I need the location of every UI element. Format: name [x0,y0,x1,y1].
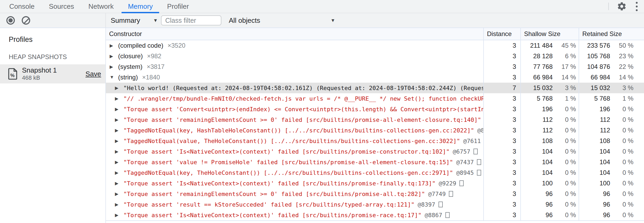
table-row[interactable]: ▶ "Hello world! (Requested at: 2024-08-1… [106,83,644,93]
tab-sources[interactable]: Sources [42,0,81,13]
table-row[interactable]: ▶ "TaggedNotEqual(key, HashTableHoleCons… [106,125,644,136]
table-row[interactable]: ▶ "// .wrangler/tmp/bundle-FmNIt0/checke… [106,93,644,104]
retained-size-percent: 50 % [610,42,633,49]
column-header-distance[interactable]: Distance [483,28,520,40]
object-id: @8867 [425,212,442,218]
retained-size-cell: 104 0 % [579,167,643,178]
expander-icon[interactable]: ▶ [115,117,123,123]
expander-icon[interactable]: ▶ [110,43,118,48]
table-row[interactable]: ▶ (compiled code) ×3520 3 211 484 45 % 2… [106,40,644,51]
table-row[interactable]: ▶ "TaggedNotEqual(key, TheHoleConstant()… [106,167,644,178]
table-row[interactable]: ▶ "TaggedNotEqual(value, TheHoleConstant… [106,136,644,146]
retained-size-cell: 112 0 % [579,125,643,136]
expander-icon[interactable]: ▶ [115,96,123,101]
shallow-size-percent: 0 % [553,116,576,123]
shallow-size-value: 104 [542,158,553,166]
distance-cell: 3 [483,157,520,167]
objects-scope-select[interactable]: All objects ▼ [229,16,335,25]
expander-icon[interactable]: ▶ [115,149,123,154]
perspective-select[interactable]: Summary ▼ [111,16,158,25]
shallow-size-cell: 15 032 3 % [520,83,579,93]
constructor-cell: ▶ "Torque assert 'Is<NativeContext>(cont… [106,210,483,220]
record-heap-snapshot-icon[interactable] [6,16,15,25]
shallow-size-percent: 0 % [553,201,576,208]
retained-size-cell: 104 876 22 % [579,61,643,72]
reveal-icon[interactable] [477,170,481,176]
column-header-shallow-size[interactable]: Shallow Size [520,28,579,40]
constructor-cell: ▶ (system) ×3817 [106,61,483,72]
tab-memory[interactable]: Memory [121,0,160,13]
retained-size-value: 104 876 [587,63,610,70]
shallow-size-cell: 96 0 % [520,199,579,210]
table-row[interactable]: ▶ "Torque assert 'value != PromiseHole' … [106,157,644,167]
expander-icon[interactable]: ▶ [110,53,118,59]
table-row[interactable]: ▶ "Torque assert 'Is<NativeContext>(cont… [106,146,644,157]
expander-icon[interactable]: ▶ [115,106,123,112]
tab-network[interactable]: Network [81,0,121,13]
column-header-constructor[interactable]: Constructor [106,28,483,40]
shallow-size-percent: 14 % [553,74,576,81]
shallow-size-cell: 211 484 45 % [520,40,579,51]
svg-text:%: % [10,73,15,78]
sidebar-item-snapshot-1[interactable]: % Snapshot 1 468 kB Save [0,64,105,83]
table-row[interactable]: ▶ "Torque assert 'Is<NativeContext>(cont… [106,178,644,189]
expander-icon[interactable]: ▶ [115,170,123,176]
constructor-name: "Torque assert 'result == kStoreSucceded… [123,201,414,208]
expander-icon[interactable]: ▶ [115,128,123,133]
reveal-icon[interactable] [445,212,450,218]
distance-cell: 3 [483,199,520,210]
expander-icon[interactable]: ▶ [115,138,123,144]
retained-size-value: 100 [600,180,610,187]
shallow-size-cell: 112 0 % [520,125,579,136]
tab-label: Memory [128,2,153,11]
shallow-size-value: 28 128 [533,52,553,60]
object-id: @8945 [456,170,474,176]
perspective-select-value: Summary [111,16,140,25]
reveal-icon[interactable] [459,180,464,186]
retained-size-percent: 0 % [610,158,633,166]
table-row[interactable]: ▶ "Torque assert 'remainingElementsCount… [106,189,644,199]
table-row[interactable]: ▶ (system) ×3817 3 77 768 17 % 104 876 2… [106,61,644,72]
tab-profiler[interactable]: Profiler [160,0,196,13]
reveal-icon[interactable] [473,149,478,154]
distance-cell: 3 [483,146,520,157]
reveal-icon[interactable] [477,159,481,165]
class-filter-input[interactable] [161,15,221,25]
table-row[interactable]: ▶ "Torque assert 'Convert<uintptr>(endIn… [106,104,644,114]
shallow-size-cell: 100 0 % [520,178,579,189]
expander-icon[interactable]: ▶ [115,191,123,197]
expander-icon[interactable]: ▶ [115,181,123,186]
retained-size-percent: 0 % [610,180,633,187]
expander-icon[interactable]: ▼ [110,75,118,80]
expander-icon[interactable]: ▶ [115,159,123,165]
table-row[interactable]: ▼ (string) ×1840 3 66 984 14 % 66 984 14… [106,72,644,83]
shallow-size-cell: 104 0 % [520,157,579,167]
retained-size-percent: 0 % [610,127,633,134]
table-row[interactable]: ▶ (closure) ×982 3 28 128 6 % 105 768 23… [106,51,644,61]
column-header-retained-size[interactable]: Retained Size [579,28,643,40]
shallow-size-cell: 104 0 % [520,167,579,178]
shallow-size-value: 112 [543,127,553,134]
table-row[interactable]: ▶ "Torque assert 'result == kStoreSucced… [106,199,644,210]
expander-icon[interactable]: ▶ [110,64,118,70]
shallow-size-value: 66 984 [533,74,553,81]
distance-cell: 7 [483,83,520,93]
retained-size-cell: 66 984 14 % [579,72,643,83]
table-row[interactable]: ▶ "Torque assert 'Is<NativeContext>(cont… [106,210,644,220]
devtools-tab-bar: Console Sources Network Memory Profiler [0,0,644,13]
reveal-icon[interactable] [439,202,443,207]
expander-icon[interactable]: ▶ [115,212,123,218]
expander-icon[interactable]: ▶ [115,202,123,207]
expander-icon[interactable]: ▶ [115,85,123,91]
gear-icon[interactable] [617,1,627,11]
kebab-menu-icon[interactable] [635,1,639,12]
constructor-cell: ▶ "Torque assert 'remainingElementsCount… [106,114,483,125]
save-snapshot-link[interactable]: Save [86,70,101,78]
reveal-icon[interactable] [449,191,453,197]
clear-profiles-icon[interactable] [22,16,30,25]
shallow-size-cell: 28 128 6 % [520,51,579,61]
shallow-size-percent: 17 % [553,63,576,70]
tab-console[interactable]: Console [2,0,42,13]
retained-size-cell: 105 768 23 % [579,51,643,61]
table-row[interactable]: ▶ "Torque assert 'remainingElementsCount… [106,114,644,125]
